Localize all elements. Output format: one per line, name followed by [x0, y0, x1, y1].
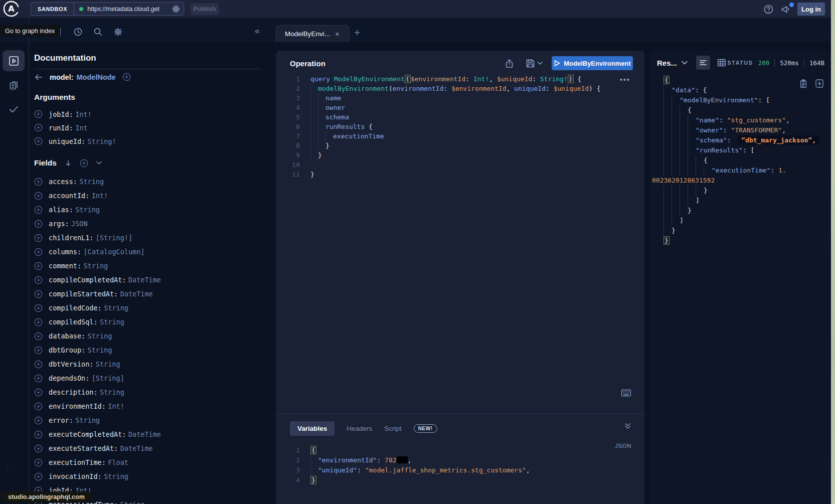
field-type[interactable]: String!: [88, 137, 116, 145]
field-row[interactable]: database: String: [34, 329, 269, 343]
code-line[interactable]: 11}: [276, 170, 637, 179]
add-field-icon[interactable]: [34, 416, 43, 425]
field-name[interactable]: compiledCode:: [49, 304, 102, 312]
field-type[interactable]: Int!: [108, 402, 124, 410]
add-field-icon[interactable]: [34, 318, 43, 326]
add-type-icon[interactable]: [122, 73, 131, 81]
field-type[interactable]: Int!: [75, 110, 92, 118]
field-row[interactable]: args: JSON: [34, 217, 269, 231]
code-line[interactable]: ]: [649, 196, 831, 206]
add-field-icon[interactable]: [34, 304, 43, 312]
add-field-icon[interactable]: [34, 402, 43, 411]
field-type[interactable]: DateTime: [120, 290, 153, 298]
back-arrow-icon[interactable]: [34, 73, 43, 81]
add-field-icon[interactable]: [34, 110, 43, 118]
field-type[interactable]: Float: [108, 458, 128, 466]
code-line[interactable]: 6runResults {: [276, 122, 637, 131]
history-icon[interactable]: [73, 27, 83, 39]
field-type[interactable]: String: [100, 318, 124, 326]
add-field-icon[interactable]: [34, 276, 43, 284]
add-field-icon[interactable]: [34, 388, 43, 397]
field-type[interactable]: JSON: [71, 220, 88, 228]
add-field-icon[interactable]: [34, 360, 43, 369]
code-line[interactable]: 3name: [276, 93, 637, 103]
field-row[interactable]: executeCompletedAt: DateTime: [34, 427, 269, 441]
add-field-icon[interactable]: [34, 220, 43, 228]
add-field-icon[interactable]: [34, 234, 43, 242]
field-type[interactable]: DateTime: [120, 444, 153, 452]
tab-variables[interactable]: Variables: [290, 421, 335, 436]
add-field-icon[interactable]: [34, 137, 43, 145]
field-name[interactable]: childrenL1:: [49, 234, 93, 242]
field-type[interactable]: String: [83, 262, 108, 270]
field-row[interactable]: accountId: Int!: [34, 189, 269, 203]
endpoint-settings-gear-icon[interactable]: [172, 5, 181, 14]
code-line[interactable]: "owner": "TRANSFORMER",: [649, 125, 831, 135]
field-type[interactable]: [String!]: [96, 234, 132, 242]
code-line[interactable]: "name": "stg_customers",: [649, 115, 831, 125]
tab-close-icon[interactable]: ×: [335, 30, 340, 38]
field-row[interactable]: columns: [CatalogColumn]: [34, 245, 269, 259]
field-row[interactable]: jobId: Int!: [34, 107, 269, 121]
code-line[interactable]: 3"uniqueId": "model.jaffle_shop_metrics.…: [276, 465, 637, 475]
field-type[interactable]: String: [75, 416, 100, 424]
tab-script[interactable]: Script: [384, 425, 402, 432]
field-type[interactable]: DateTime: [128, 276, 161, 284]
field-row[interactable]: alias: String: [34, 203, 269, 217]
code-line[interactable]: {: [649, 155, 831, 165]
response-tree-view-icon[interactable]: [696, 56, 710, 70]
code-line[interactable]: {: [649, 75, 831, 85]
field-row[interactable]: compileCompletedAt: DateTime: [34, 273, 269, 287]
share-operation-icon[interactable]: [505, 59, 514, 71]
field-row[interactable]: runId: Int: [34, 121, 269, 134]
tab-title[interactable]: ModelByEnvi...: [285, 30, 330, 38]
field-name[interactable]: executeStartedAt:: [49, 444, 118, 452]
add-field-icon[interactable]: [34, 430, 43, 439]
code-line[interactable]: }: [649, 236, 831, 246]
code-line[interactable]: 1query ModelByEnvironment($environmentId…: [276, 74, 637, 84]
field-row[interactable]: childrenL1: [String!]: [34, 231, 269, 245]
field-name[interactable]: compileStartedAt:: [49, 290, 118, 298]
code-line[interactable]: 10: [276, 160, 637, 170]
collapse-variables-icon[interactable]: [624, 423, 631, 432]
field-type[interactable]: String: [79, 178, 104, 186]
add-field-icon[interactable]: [34, 332, 43, 341]
field-name[interactable]: compileCompletedAt:: [49, 276, 126, 284]
schema-nav-icon[interactable]: [8, 79, 20, 93]
field-name[interactable]: environmentId:: [49, 402, 106, 410]
field-name[interactable]: runId:: [49, 124, 73, 132]
field-type[interactable]: String: [104, 472, 128, 480]
checks-nav-icon[interactable]: [8, 103, 20, 117]
code-line[interactable]: 1{: [276, 445, 637, 455]
field-type[interactable]: String: [88, 346, 112, 354]
field-row[interactable]: compileStartedAt: DateTime: [34, 287, 269, 301]
field-row[interactable]: access: String: [34, 175, 269, 189]
code-line[interactable]: "data": {: [649, 85, 831, 95]
add-field-icon[interactable]: [34, 374, 43, 383]
tab-headers[interactable]: Headers: [347, 425, 372, 432]
code-line[interactable]: 2modelByEnvironment(environmentId: $envi…: [276, 84, 637, 93]
code-line[interactable]: ]: [649, 216, 831, 226]
field-type[interactable]: [CatalogColumn]: [83, 248, 144, 256]
field-name[interactable]: uniqueId:: [49, 137, 85, 145]
field-type[interactable]: String: [88, 332, 112, 340]
field-row[interactable]: description: String: [34, 385, 269, 399]
field-type[interactable]: Int!: [92, 192, 108, 200]
add-field-icon[interactable]: [34, 290, 43, 298]
field-name[interactable]: database:: [49, 332, 85, 340]
code-line[interactable]: 4}: [276, 475, 637, 485]
code-line[interactable]: }: [649, 206, 831, 216]
type-name-link[interactable]: ModelNode: [77, 73, 116, 81]
field-row[interactable]: dbtGroup: String: [34, 343, 269, 357]
login-button[interactable]: Log in: [797, 3, 825, 16]
help-icon[interactable]: [764, 5, 773, 16]
keyboard-shortcuts-icon[interactable]: [621, 389, 631, 399]
field-row[interactable]: environmentId: Int!: [34, 399, 269, 413]
field-row[interactable]: comment: String: [34, 259, 269, 273]
code-line[interactable]: {: [649, 105, 831, 115]
field-type[interactable]: Int: [75, 124, 87, 132]
code-line[interactable]: "schema": “dbt_mary_jackson”,: [649, 135, 831, 145]
run-operation-button[interactable]: ModelByEnvironment: [552, 56, 633, 70]
field-type[interactable]: String: [104, 304, 128, 312]
endpoint-url-field[interactable]: https://metadata.cloud.get: [74, 6, 172, 13]
